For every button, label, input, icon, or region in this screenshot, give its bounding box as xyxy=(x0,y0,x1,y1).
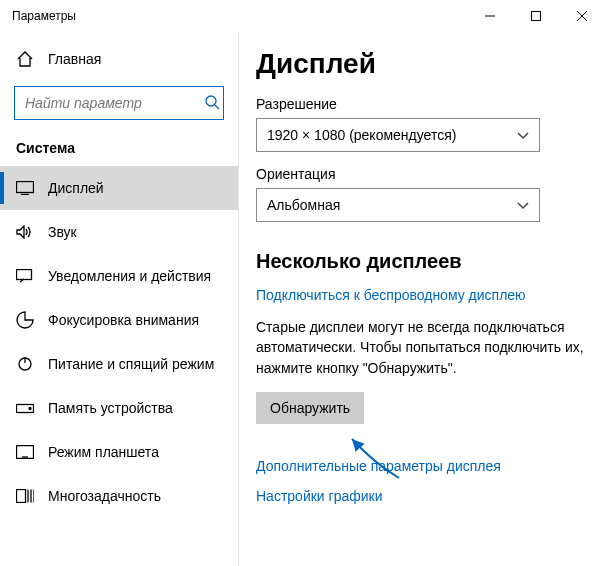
detect-button[interactable]: Обнаружить xyxy=(256,392,364,424)
multi-displays-heading: Несколько дисплеев xyxy=(256,250,585,273)
sidebar-item-sound[interactable]: Звук xyxy=(0,210,238,254)
sidebar-section-title: Система xyxy=(0,134,238,166)
sidebar-item-notifications[interactable]: Уведомления и действия xyxy=(0,254,238,298)
search-box[interactable] xyxy=(14,86,224,120)
power-icon xyxy=(16,355,34,373)
sidebar-item-label: Дисплей xyxy=(48,180,104,196)
sidebar-item-label: Многозадачность xyxy=(48,488,161,504)
wireless-display-link[interactable]: Подключиться к беспроводному дисплею xyxy=(256,287,585,303)
search-input[interactable] xyxy=(23,94,204,112)
chevron-down-icon xyxy=(517,197,529,213)
focus-icon xyxy=(16,311,34,329)
notifications-icon xyxy=(16,267,34,285)
window-title: Параметры xyxy=(12,9,76,23)
window-titlebar: Параметры xyxy=(0,0,605,32)
sidebar-item-tablet[interactable]: Режим планшета xyxy=(0,430,238,474)
sidebar-home[interactable]: Главная xyxy=(0,42,238,76)
sidebar-home-label: Главная xyxy=(48,51,101,67)
svg-point-12 xyxy=(29,408,31,410)
tablet-icon xyxy=(16,443,34,461)
window-close-button[interactable] xyxy=(559,0,605,32)
advanced-display-link[interactable]: Дополнительные параметры дисплея xyxy=(256,458,585,474)
svg-point-4 xyxy=(206,96,216,106)
sidebar-item-power[interactable]: Питание и спящий режим xyxy=(0,342,238,386)
detect-description: Старые дисплеи могут не всегда подключат… xyxy=(256,317,585,378)
sidebar-item-label: Память устройства xyxy=(48,400,173,416)
resolution-value: 1920 × 1080 (рекомендуется) xyxy=(267,127,456,143)
svg-rect-1 xyxy=(532,12,541,21)
sidebar-item-multitask[interactable]: Многозадачность xyxy=(0,474,238,518)
resolution-label: Разрешение xyxy=(256,96,585,112)
orientation-select[interactable]: Альбомная xyxy=(256,188,540,222)
svg-rect-6 xyxy=(17,182,34,193)
home-icon xyxy=(16,50,34,68)
orientation-value: Альбомная xyxy=(267,197,340,213)
sidebar-item-label: Фокусировка внимания xyxy=(48,312,199,328)
sound-icon xyxy=(16,223,34,241)
graphics-settings-link[interactable]: Настройки графики xyxy=(256,488,585,504)
resolution-select[interactable]: 1920 × 1080 (рекомендуется) xyxy=(256,118,540,152)
sidebar-item-label: Питание и спящий режим xyxy=(48,356,214,372)
multitask-icon xyxy=(16,487,34,505)
svg-line-5 xyxy=(215,105,219,109)
svg-rect-15 xyxy=(17,490,26,503)
orientation-label: Ориентация xyxy=(256,166,585,182)
sidebar: Главная Система Дисплей Звук xyxy=(0,32,238,566)
sidebar-item-focus[interactable]: Фокусировка внимания xyxy=(0,298,238,342)
window-minimize-button[interactable] xyxy=(467,0,513,32)
content-pane: Дисплей Разрешение 1920 × 1080 (рекоменд… xyxy=(238,32,605,566)
page-title: Дисплей xyxy=(256,48,585,80)
window-maximize-button[interactable] xyxy=(513,0,559,32)
sidebar-item-label: Звук xyxy=(48,224,77,240)
sidebar-item-label: Режим планшета xyxy=(48,444,159,460)
display-icon xyxy=(16,179,34,197)
storage-icon xyxy=(16,399,34,417)
search-icon xyxy=(204,94,220,113)
sidebar-item-label: Уведомления и действия xyxy=(48,268,211,284)
sidebar-item-display[interactable]: Дисплей xyxy=(0,166,238,210)
sidebar-item-storage[interactable]: Память устройства xyxy=(0,386,238,430)
chevron-down-icon xyxy=(517,127,529,143)
svg-rect-8 xyxy=(17,270,32,280)
